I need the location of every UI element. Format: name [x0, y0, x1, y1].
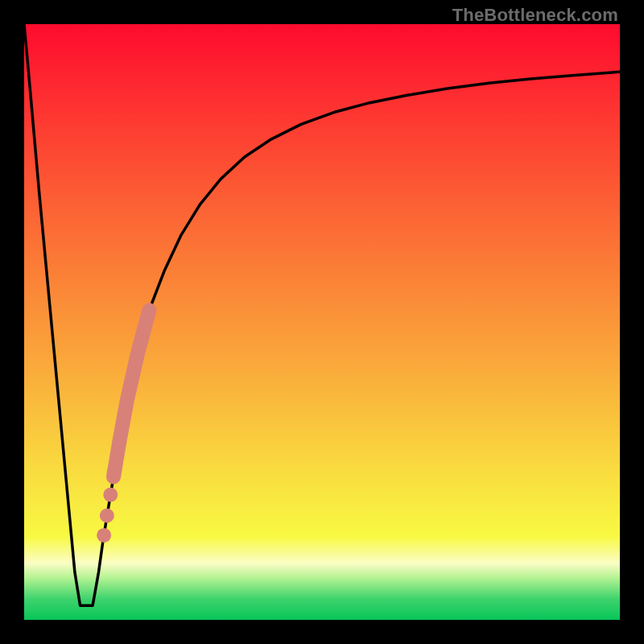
chart-svg [24, 24, 620, 620]
highlight-dot [103, 488, 118, 502]
highlight-dot [107, 464, 122, 479]
chart-background [24, 24, 620, 620]
watermark-text: TheBottleneck.com [452, 5, 618, 26]
chart-frame [24, 24, 620, 620]
highlight-dot [100, 509, 114, 523]
highlight-dot [97, 528, 111, 543]
